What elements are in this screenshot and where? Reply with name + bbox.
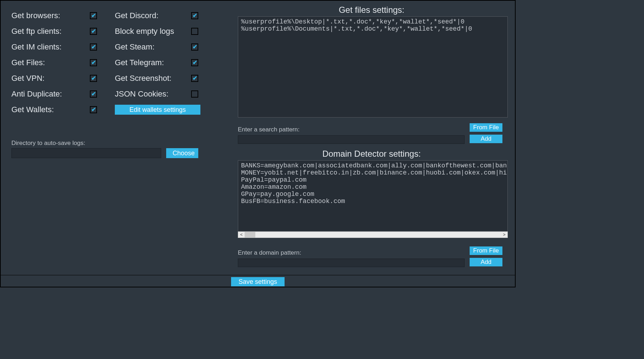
checkbox-get-browsers[interactable] [90,12,97,19]
files-settings-textarea[interactable] [238,16,508,118]
search-pattern-label: Enter a search pattern: [238,126,300,133]
save-settings-button[interactable]: Save settings [231,277,285,286]
search-pattern-input[interactable] [238,135,465,144]
checkbox-get-files[interactable] [90,59,97,66]
checkbox-get-screenshot[interactable] [191,75,198,82]
edit-wallets-button[interactable]: Edit wallets settings [115,105,200,115]
scroll-thumb[interactable] [245,232,255,238]
domain-from-file-button[interactable]: From File [470,246,502,255]
dir-autosave-label: Directory to auto-save logs: [11,140,85,147]
checkbox-get-discord[interactable] [191,12,198,19]
scroll-right-icon[interactable]: > [501,232,507,238]
label-get-im: Get IM clients: [11,42,90,52]
label-get-ftp: Get ftp clients: [11,27,90,36]
label-get-telegram: Get Telegram: [115,58,191,67]
checkbox-get-wallets[interactable] [90,106,97,113]
label-get-steam: Get Steam: [115,42,191,52]
domain-pattern-label: Enter a domain pattern: [238,249,301,256]
files-add-button[interactable]: Add [470,135,502,143]
choose-button[interactable]: Choose [166,148,198,158]
checkbox-json-cookies[interactable] [191,90,198,98]
label-get-screenshot: Get Screenshot: [115,74,191,83]
files-settings-heading: Get files settings: [238,5,505,15]
scroll-left-icon[interactable]: < [238,232,245,238]
label-block-empty: Block empty logs [115,27,191,36]
files-from-file-button[interactable]: From File [470,123,502,132]
domain-add-button[interactable]: Add [470,258,502,266]
label-json-cookies: JSON Cookies: [115,89,191,99]
checkbox-get-steam[interactable] [191,43,198,51]
checkbox-anti-duplicate[interactable] [90,90,97,98]
label-get-wallets: Get Wallets: [11,105,90,114]
options-panel: Get browsers: Get Discord: Get ftp clien… [11,8,218,118]
label-get-discord: Get Discord: [115,11,191,20]
checkbox-get-vpn[interactable] [90,75,97,82]
label-get-browsers: Get browsers: [11,11,90,20]
dir-autosave-input[interactable] [11,148,161,158]
checkbox-block-empty[interactable] [191,28,198,35]
domain-pattern-input[interactable] [238,259,465,267]
footer-separator [1,275,515,275]
label-get-files: Get Files: [11,58,90,67]
checkbox-get-im[interactable] [90,43,97,51]
domain-hscrollbar[interactable]: < > [238,231,508,238]
domain-settings-textarea[interactable] [238,160,508,231]
checkbox-get-ftp[interactable] [90,28,97,35]
checkbox-get-telegram[interactable] [191,59,198,66]
label-anti-duplicate: Anti Duplicate: [11,89,90,99]
scroll-track[interactable] [255,232,501,238]
domain-settings-heading: Domain Detector settings: [238,149,505,159]
label-get-vpn: Get VPN: [11,74,90,83]
